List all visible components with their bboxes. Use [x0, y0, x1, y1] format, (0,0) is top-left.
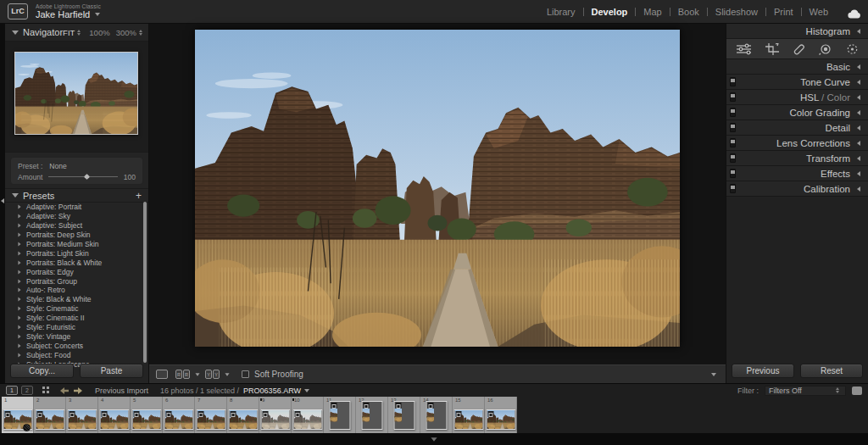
filmstrip-thumbnail-7[interactable]: 7	[195, 397, 227, 433]
filter-toggle-switch[interactable]	[852, 387, 862, 395]
preset-item-portraits-black-white[interactable]: Portraits: Black & White	[5, 258, 148, 267]
preset-item-style-futuristic[interactable]: Style: Futuristic	[5, 323, 148, 332]
reference-view-icon[interactable]: RR	[175, 370, 190, 379]
panel-toggle-switch[interactable]	[730, 108, 736, 117]
zoom-fit-option[interactable]: FIT	[63, 28, 75, 37]
filmstrip-thumbnail-15[interactable]: 15	[453, 397, 485, 433]
thumbnail-image[interactable]	[67, 409, 97, 430]
thumbnail-image[interactable]	[453, 409, 483, 430]
thumbnail-image[interactable]	[99, 409, 129, 430]
module-slideshow[interactable]: Slideshow	[708, 7, 765, 17]
disclosure-down-icon[interactable]	[12, 193, 19, 197]
panel-toggle-switch[interactable]	[730, 169, 736, 178]
filmstrip-thumbnail-3[interactable]: 3	[66, 397, 98, 433]
previous-photo-arrow-icon[interactable]	[60, 387, 69, 394]
expand-arrow-icon[interactable]	[18, 224, 20, 228]
preset-item-portraits-edgy[interactable]: Portraits: Edgy	[5, 267, 148, 276]
panel-toggle-switch[interactable]	[730, 123, 736, 132]
second-window-button[interactable]: 2	[21, 386, 33, 395]
add-preset-button[interactable]: +	[136, 192, 142, 200]
paste-button[interactable]: Paste	[80, 364, 143, 378]
filmstrip-thumbnail-6[interactable]: 6	[163, 397, 195, 433]
expand-arrow-icon[interactable]	[18, 242, 20, 247]
presets-header[interactable]: Presets +	[5, 188, 148, 202]
panel-section-transform[interactable]: Transform	[726, 151, 868, 166]
thumbnail-image[interactable]	[329, 401, 350, 430]
before-after-view-icon[interactable]: YY	[205, 370, 220, 379]
expand-arrow-icon[interactable]	[18, 279, 20, 283]
navigator-thumbnail[interactable]	[14, 52, 138, 135]
filmstrip-thumbnail-2[interactable]: 2	[34, 397, 66, 433]
filmstrip-thumbnail-11[interactable]: 11	[324, 397, 356, 433]
filmstrip-thumbnail-12[interactable]: 12	[356, 397, 388, 433]
edit-icon[interactable]	[736, 43, 752, 55]
expand-arrow-icon[interactable]	[18, 335, 20, 339]
expand-arrow-icon[interactable]	[18, 251, 20, 255]
soft-proofing-checkbox[interactable]	[242, 370, 249, 378]
panel-toggle-switch[interactable]	[730, 92, 736, 102]
preset-item-style-cinematic-ii[interactable]: Style: Cinematic II	[5, 314, 148, 323]
filmstrip-thumbnail-14[interactable]: 14	[420, 397, 453, 433]
module-library[interactable]: Library	[539, 7, 583, 17]
filmstrip-thumbnail-5[interactable]: 5	[131, 397, 163, 433]
panel-section-hsl-color[interactable]: HSL / Color	[726, 90, 868, 105]
panel-section-lens-corrections[interactable]: Lens Corrections	[726, 136, 868, 151]
thumbnail-image[interactable]	[228, 409, 258, 430]
panel-toggle-switch[interactable]	[730, 77, 736, 86]
filter-dropdown[interactable]: Filters Off	[765, 386, 846, 396]
amount-slider[interactable]	[48, 176, 118, 177]
panel-section-color-grading[interactable]: Color Grading	[726, 105, 868, 120]
thumbnail-image[interactable]	[131, 409, 161, 430]
source-label[interactable]: Previous Import	[95, 387, 148, 395]
main-window-button[interactable]: 1	[6, 386, 18, 395]
preset-item-portraits-light-skin[interactable]: Portraits: Light Skin	[5, 248, 148, 258]
expand-arrow-icon[interactable]	[18, 316, 20, 320]
next-photo-arrow-icon[interactable]	[74, 387, 82, 394]
expand-arrow-icon[interactable]	[18, 288, 20, 292]
cloud-sync-icon[interactable]	[848, 7, 861, 22]
preset-item-subject-food[interactable]: Subject: Food	[5, 350, 148, 359]
panel-section-effects[interactable]: Effects	[726, 166, 868, 181]
panel-section-calibration[interactable]: Calibration	[726, 181, 868, 197]
expand-arrow-icon[interactable]	[18, 307, 20, 311]
thumbnail-image[interactable]	[292, 409, 322, 430]
masking-icon[interactable]	[846, 43, 859, 55]
preset-item-style-vintage[interactable]: Style: Vintage	[5, 331, 148, 341]
module-map[interactable]: Map	[636, 7, 669, 17]
preset-item-portraits-medium-skin[interactable]: Portraits: Medium Skin	[5, 240, 148, 249]
thumbnail-image[interactable]	[260, 409, 290, 430]
collapse-left-arrow-icon[interactable]	[1, 198, 4, 203]
panel-section-tone-curve[interactable]: Tone Curve	[726, 75, 868, 90]
thumbnail-image[interactable]	[35, 409, 64, 430]
preset-item-adaptive-sky[interactable]: Adaptive: Sky	[5, 212, 148, 221]
histogram-header[interactable]: Histogram	[726, 24, 868, 39]
current-filename[interactable]: PRO06356.ARW	[243, 387, 309, 395]
zoom-fit-updown-icon[interactable]	[77, 30, 81, 36]
panel-section-detail[interactable]: Detail	[726, 120, 868, 136]
expand-arrow-icon[interactable]	[18, 205, 20, 209]
panel-section-basic[interactable]: Basic	[726, 59, 868, 75]
healing-icon[interactable]	[793, 43, 805, 55]
bottom-collapse-strip[interactable]	[0, 433, 868, 445]
filmstrip-thumbnail-8[interactable]: 8	[227, 397, 259, 433]
filmstrip-thumbnail-10[interactable]: 10	[292, 397, 324, 433]
preset-item-style-cinematic[interactable]: Style: Cinematic	[5, 304, 148, 314]
red-eye-icon[interactable]	[819, 43, 832, 55]
filename-dropdown-icon[interactable]	[304, 389, 309, 392]
expand-arrow-icon[interactable]	[18, 233, 20, 237]
module-print[interactable]: Print	[766, 7, 801, 17]
thumbnail-image[interactable]	[486, 409, 515, 430]
collapse-down-arrow-icon[interactable]	[431, 437, 437, 442]
grid-view-icon[interactable]	[42, 387, 50, 394]
preset-item-auto-retro[interactable]: Auto-: Retro	[5, 286, 148, 295]
expand-arrow-icon[interactable]	[18, 353, 20, 357]
identity-dropdown-icon[interactable]	[95, 13, 100, 16]
module-develop[interactable]: Develop	[584, 7, 636, 17]
preset-item-adaptive-subject[interactable]: Adaptive: Subject	[5, 221, 148, 231]
filter-dropdown-updown-icon[interactable]	[836, 387, 839, 393]
zoom-300-option[interactable]: 300%	[116, 28, 136, 37]
identity-plate[interactable]: LrC Adobe Lightroom Classic Jake Harfiel…	[0, 3, 101, 19]
reset-button[interactable]: Reset	[800, 364, 863, 378]
loupe-view-icon[interactable]	[156, 370, 168, 379]
module-book[interactable]: Book	[670, 7, 707, 17]
